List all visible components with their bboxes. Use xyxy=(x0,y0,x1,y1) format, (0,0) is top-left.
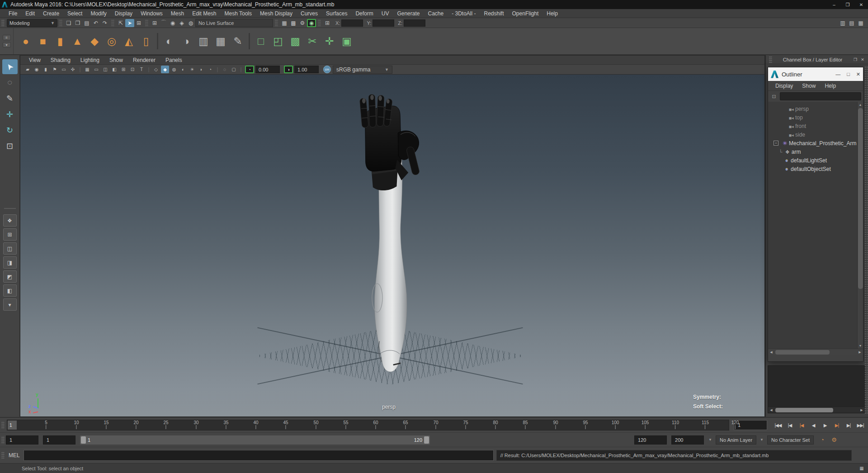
move-tool[interactable]: ✛ xyxy=(2,107,18,122)
grid-toggle-button[interactable]: ▦ xyxy=(83,66,91,73)
sculpt-tool-button[interactable]: ◐ xyxy=(160,32,178,50)
four-pane-layout-button[interactable]: ⊞ xyxy=(3,228,17,241)
minimize-button[interactable]: — xyxy=(835,71,840,77)
contrast-icon[interactable]: ◑ xyxy=(284,66,293,73)
field-chart-button[interactable]: ⊞ xyxy=(119,66,127,73)
auto-keyframe-toggle[interactable]: ◔ xyxy=(817,435,827,445)
toolbar-grip[interactable] xyxy=(1,436,5,444)
minimize-button[interactable]: – xyxy=(827,0,841,9)
range-start-handle[interactable] xyxy=(81,436,86,444)
lights-button[interactable]: ☀ xyxy=(188,66,196,73)
group-separator[interactable] xyxy=(59,19,62,26)
paint-select-tool[interactable]: ✎ xyxy=(2,91,18,106)
isolate-select-button[interactable]: ◌ xyxy=(221,66,229,73)
outliner-item-defaultobjectset[interactable]: defaultObjectSet xyxy=(768,165,857,173)
current-frame-indicator[interactable]: 1 xyxy=(8,421,17,430)
poly-cone-button[interactable]: ▲ xyxy=(69,32,86,50)
group-separator[interactable] xyxy=(111,19,114,26)
wireframe-button[interactable]: ◇ xyxy=(152,66,160,73)
outliner-item-front[interactable]: front xyxy=(768,122,857,130)
maximize-button[interactable]: □ xyxy=(847,71,850,77)
animation-end-field[interactable]: 200 xyxy=(671,435,704,445)
animation-start-field[interactable]: 1 xyxy=(6,435,38,445)
menu-item[interactable]: Mesh Display xyxy=(256,9,297,18)
outliner-item-arm[interactable]: └ arm xyxy=(768,147,857,156)
play-backwards-button[interactable]: ◀ xyxy=(808,420,819,430)
target-weld-button[interactable]: ✛ xyxy=(321,32,338,50)
scroll-right-icon[interactable]: ▶ xyxy=(857,350,863,354)
menu-item[interactable]: Deform xyxy=(351,9,377,18)
attribute-editor-toggle[interactable]: ▥ xyxy=(838,19,847,27)
separate-button[interactable]: ◰ xyxy=(269,32,287,50)
layout-dropdown[interactable]: ▾ xyxy=(3,298,17,311)
undo-button[interactable]: ↶ xyxy=(91,19,100,27)
menu-item[interactable]: Generate xyxy=(393,9,424,18)
pan-zoom-button[interactable]: ✣ xyxy=(69,66,77,73)
view-transform-dropdown[interactable]: sRGB gamma ▼ xyxy=(333,66,392,74)
step-back-frame-button[interactable]: |◀ xyxy=(784,420,795,430)
outliner-horizontal-scrollbar[interactable]: ◀ ▶ xyxy=(768,349,863,355)
viewport-menu-item[interactable]: Renderer xyxy=(128,56,160,65)
image-plane-button[interactable]: ▭ xyxy=(60,66,68,73)
menu-item[interactable]: Mesh xyxy=(167,9,188,18)
perspective-viewport[interactable]: ViewShadingLightingShowRendererPanels ▰◉… xyxy=(20,55,765,417)
select-by-hierarchy-button[interactable]: ⇱ xyxy=(116,19,125,27)
extrude-button[interactable]: ▥ xyxy=(195,32,212,50)
snap-to-plane-button[interactable]: ◈ xyxy=(177,19,186,27)
y-coordinate-input[interactable] xyxy=(373,19,394,27)
persp-uv-layout-button[interactable]: ◧ xyxy=(3,284,17,297)
scale-tool[interactable]: ⊡ xyxy=(2,138,18,153)
lasso-select-tool[interactable]: ◌ xyxy=(2,75,18,90)
viewport-menu-item[interactable]: Show xyxy=(104,56,128,65)
ao-button[interactable]: ◔ xyxy=(206,66,214,73)
lock-camera-button[interactable]: ◉ xyxy=(33,66,41,73)
outliner-menu-item[interactable]: Display xyxy=(771,83,797,89)
textured-button[interactable]: ◍ xyxy=(170,66,178,73)
undock-icon[interactable]: ❐ xyxy=(852,57,859,63)
render-settings-button[interactable]: ⚙ xyxy=(298,19,307,27)
close-icon[interactable]: ✕ xyxy=(859,57,866,63)
layer-editor-scrollbar[interactable]: ◀ ▶ xyxy=(768,407,865,413)
poly-cube-button[interactable]: ■ xyxy=(34,32,52,50)
animation-preferences-button[interactable]: ⚙ xyxy=(829,435,839,445)
playback-end-field[interactable]: 120 xyxy=(634,435,667,445)
bridge-button[interactable]: ▦ xyxy=(212,32,229,50)
outliner-item-defaultlightset[interactable]: defaultLightSet xyxy=(768,156,857,165)
tree-expander[interactable]: − xyxy=(774,141,778,146)
shelf-menu-button[interactable]: ▾ xyxy=(3,42,11,47)
safe-action-button[interactable]: ⊡ xyxy=(128,66,137,73)
smooth-mesh-button[interactable]: ◑ xyxy=(178,32,195,50)
make-live-button[interactable]: ◍ xyxy=(186,19,195,27)
gamma-field[interactable]: 1.00 xyxy=(294,66,319,73)
persp-outliner-layout-button[interactable]: ◫ xyxy=(3,242,17,255)
render-current-frame-button[interactable]: ▦ xyxy=(280,19,289,27)
maximize-button[interactable]: ❐ xyxy=(841,0,854,9)
menu-item[interactable]: Modify xyxy=(86,9,110,18)
menu-item[interactable]: Display xyxy=(111,9,137,18)
channel-box-toggle[interactable]: ▦ xyxy=(856,19,865,27)
persp-graph-layout-button[interactable]: ◨ xyxy=(3,256,17,269)
scroll-up-icon[interactable]: ▲ xyxy=(858,102,863,108)
menu-item[interactable]: Edit Mesh xyxy=(188,9,220,18)
outliner-item-side[interactable]: side xyxy=(768,130,857,139)
toolbar-grip[interactable] xyxy=(1,452,5,459)
menu-item[interactable]: Create xyxy=(39,9,63,18)
menu-item[interactable]: UV xyxy=(377,9,393,18)
menu-item[interactable]: Edit xyxy=(21,9,39,18)
script-editor-button[interactable]: ▦ xyxy=(857,465,866,472)
group-separator[interactable] xyxy=(145,19,148,26)
viewport-menu-item[interactable]: View xyxy=(24,56,46,65)
poly-torus-button[interactable]: ◎ xyxy=(103,32,120,50)
bookmark-button[interactable]: ⚑ xyxy=(51,66,59,73)
open-scene-button[interactable]: ❐ xyxy=(73,19,82,27)
menu-item[interactable]: Cache xyxy=(424,9,448,18)
scroll-down-icon[interactable]: ▼ xyxy=(858,343,863,349)
select-by-object-button[interactable]: ➤ xyxy=(125,19,134,27)
prosthetic-arm-model[interactable] xyxy=(352,88,430,387)
select-tool[interactable]: ➤ xyxy=(2,59,18,74)
scroll-left-icon[interactable]: ◀ xyxy=(768,408,774,412)
step-forward-frame-button[interactable]: ▶| xyxy=(843,420,854,430)
toolbar-grip[interactable] xyxy=(1,19,5,27)
viewport-menu-item[interactable]: Shading xyxy=(46,56,75,65)
outliner-menu-item[interactable]: Help xyxy=(820,83,840,89)
